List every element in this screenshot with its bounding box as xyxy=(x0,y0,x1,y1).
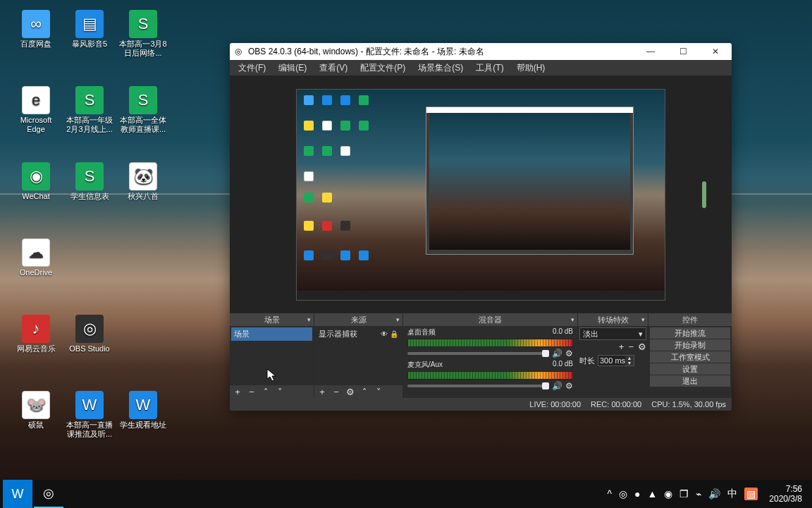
app-icon: S xyxy=(129,86,157,114)
tray-volume-icon[interactable]: 🔊 xyxy=(708,488,720,500)
menu-help[interactable]: 帮助(H) xyxy=(511,61,551,75)
mixer-channel-level: 0.0 dB xyxy=(553,360,573,370)
scenes-header[interactable]: 场景 ▾ xyxy=(230,313,314,326)
scene-item[interactable]: 场景 xyxy=(231,327,312,341)
menu-scene-collection[interactable]: 场景集合(S) xyxy=(412,61,469,75)
desktop-icon[interactable]: ◎OBS Studio xyxy=(65,315,114,353)
lock-icon[interactable]: 🔒 xyxy=(390,330,398,338)
gear-icon[interactable]: ⚙ xyxy=(565,349,573,358)
desktop-icon[interactable]: ▤暴风影音5 xyxy=(65,10,114,49)
menu-profile[interactable]: 配置文件(P) xyxy=(355,61,411,75)
desktop-icon[interactable]: S本部高一年级2月3月线上... xyxy=(65,86,114,134)
menu-tools[interactable]: 工具(T) xyxy=(470,61,509,75)
taskbar-obs-button[interactable]: ◎ xyxy=(34,480,63,508)
chevron-down-icon[interactable]: ▾ xyxy=(396,316,400,323)
controls-header[interactable]: 控件 xyxy=(648,313,732,326)
taskbar-clock[interactable]: 7:56 2020/3/8 xyxy=(765,484,806,504)
desktop-icon[interactable]: ◉WeChat xyxy=(11,162,61,201)
controls-title: 控件 xyxy=(682,315,698,325)
desktop-icon-label: 学生信息表 xyxy=(70,192,109,201)
sources-header[interactable]: 来源 ▾ xyxy=(314,313,402,326)
transition-settings-button[interactable]: ⚙ xyxy=(638,341,646,352)
desktop-icon-label: 本部高一全体教师直播课... xyxy=(118,116,168,134)
desktop-icon[interactable]: ∞百度网盘 xyxy=(11,10,61,49)
chevron-down-icon[interactable]: ▾ xyxy=(307,316,311,323)
desktop-icon-label: 学生观看地址 xyxy=(120,421,166,430)
mixer-header[interactable]: 混音器 ▾ xyxy=(403,313,577,326)
tray-expand-icon[interactable]: ^ xyxy=(607,488,612,500)
chevron-down-icon[interactable]: ▾ xyxy=(571,316,574,323)
speaker-icon[interactable]: 🔊 xyxy=(552,381,562,391)
duration-label: 时长 xyxy=(579,356,595,366)
tray-icon[interactable]: ▲ xyxy=(647,488,657,500)
scenes-down-button[interactable]: ˅ xyxy=(275,387,285,397)
transition-remove-button[interactable]: − xyxy=(628,341,634,352)
menu-file[interactable]: 文件(F) xyxy=(233,61,271,75)
tray-icon[interactable]: ● xyxy=(634,488,640,500)
start-recording-button[interactable]: 开始录制 xyxy=(650,339,730,351)
desktop-icon[interactable]: ♪网易云音乐 xyxy=(11,315,61,353)
start-streaming-button[interactable]: 开始推流 xyxy=(650,327,730,339)
desktop-icon[interactable]: W学生观看地址 xyxy=(118,391,168,430)
desktop-icon[interactable]: 🐼秋兴八首 xyxy=(118,162,168,201)
transition-add-button[interactable]: + xyxy=(619,341,625,352)
maximize-button[interactable]: ☐ xyxy=(667,43,699,60)
tray-ime-icon[interactable]: 中 xyxy=(727,488,737,500)
obs-panels: 场景 ▾ 场景 + − ˄ ˅ 来源 ▾ 显示器捕获 xyxy=(230,313,732,398)
duration-spinner[interactable]: 300 ms ▲▼ xyxy=(598,355,634,366)
obs-preview[interactable] xyxy=(230,75,732,313)
desktop-icon[interactable]: W本部高一直播课推流及听... xyxy=(65,391,114,439)
obs-titlebar[interactable]: ◎ OBS 24.0.3 (64-bit, windows) - 配置文件: 未… xyxy=(230,43,732,60)
sources-settings-button[interactable]: ⚙ xyxy=(345,387,355,397)
scenes-panel: 场景 ▾ 场景 + − ˄ ˅ xyxy=(230,313,314,398)
desktop-icon-label: 暴风影音5 xyxy=(72,40,107,49)
desktop-icon[interactable]: ☁OneDrive xyxy=(11,238,61,277)
preview-scroll-handle[interactable] xyxy=(702,181,706,208)
minimize-button[interactable]: — xyxy=(634,43,667,60)
desktop-icon[interactable]: S本部高一全体教师直播课... xyxy=(118,86,168,134)
transitions-header[interactable]: 转场特效 ▾ xyxy=(578,313,648,326)
app-icon: W xyxy=(75,391,104,419)
tray-obs-icon[interactable]: ◎ xyxy=(619,488,627,500)
scenes-remove-button[interactable]: − xyxy=(247,387,257,397)
desktop-icon-label: WeChat xyxy=(22,192,50,201)
visibility-icon[interactable]: 👁 xyxy=(381,330,388,338)
sources-up-button[interactable]: ˄ xyxy=(359,387,369,397)
transition-select[interactable]: 淡出 ▾ xyxy=(579,327,646,340)
tray-wechat-icon[interactable]: ◉ xyxy=(664,488,672,500)
studio-mode-button[interactable]: 工作室模式 xyxy=(650,351,730,363)
desktop-icon[interactable]: 🐭硕鼠 xyxy=(11,391,61,430)
tray-network-icon[interactable]: ⌁ xyxy=(696,488,701,500)
spinner-up-icon[interactable]: ▲ xyxy=(625,356,634,361)
speaker-icon[interactable]: 🔊 xyxy=(552,349,562,358)
sources-add-button[interactable]: + xyxy=(317,387,327,397)
menu-edit[interactable]: 编辑(E) xyxy=(273,61,312,75)
chevron-down-icon[interactable]: ▾ xyxy=(641,316,645,323)
taskbar-wps-button[interactable]: W xyxy=(3,480,32,508)
scenes-up-button[interactable]: ˄ xyxy=(261,387,271,397)
transitions-title: 转场特效 xyxy=(598,315,629,325)
exit-button[interactable]: 退出 xyxy=(650,375,730,387)
desktop-icon-label: Microsoft Edge xyxy=(11,116,61,134)
menu-view[interactable]: 查看(V) xyxy=(314,61,353,75)
close-button[interactable]: ✕ xyxy=(699,43,732,60)
tray-sogou-icon[interactable]: ▧ xyxy=(744,488,758,500)
spinner-down-icon[interactable]: ▼ xyxy=(625,361,634,365)
desktop-icon[interactable]: eMicrosoft Edge xyxy=(11,86,61,134)
scenes-title: 场景 xyxy=(264,315,280,325)
sources-remove-button[interactable]: − xyxy=(331,387,341,397)
mixer-volume-slider[interactable] xyxy=(407,352,549,355)
desktop-icon-label: OneDrive xyxy=(20,268,52,277)
preview-display-capture[interactable] xyxy=(296,89,665,301)
mixer-volume-slider[interactable] xyxy=(407,385,549,387)
desktop-icon-label: 秋兴八首 xyxy=(128,192,159,201)
tray-battery-icon[interactable]: ❐ xyxy=(679,488,689,500)
gear-icon[interactable]: ⚙ xyxy=(565,381,573,391)
scenes-add-button[interactable]: + xyxy=(233,387,242,397)
app-icon: 🐭 xyxy=(22,391,50,419)
desktop-icon[interactable]: S本部高一3月8日后网络... xyxy=(118,10,168,58)
sources-down-button[interactable]: ˅ xyxy=(374,387,383,397)
source-item[interactable]: 显示器捕获 👁 🔒 xyxy=(316,327,401,341)
settings-button[interactable]: 设置 xyxy=(650,363,730,375)
desktop-icon[interactable]: S学生信息表 xyxy=(65,162,114,201)
